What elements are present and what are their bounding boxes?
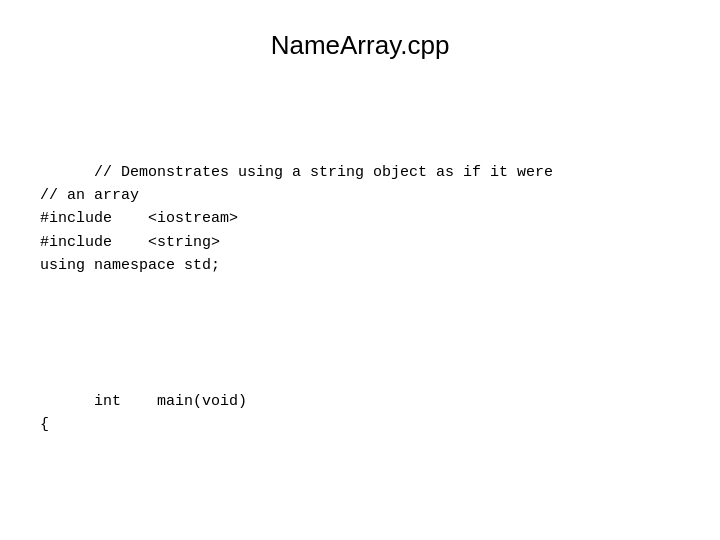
code-text-1: // Demonstrates using a string object as… (40, 164, 553, 274)
code-section-1: // Demonstrates using a string object as… (40, 138, 680, 301)
code-section-3: string firstName, lastName; (40, 526, 680, 540)
page-container: NameArray.cpp // Demonstrates using a st… (0, 0, 720, 540)
page-title: NameArray.cpp (271, 30, 450, 61)
code-block: // Demonstrates using a string object as… (40, 91, 680, 540)
code-section-2: int main(void) { (40, 367, 680, 460)
code-text-2: int main(void) { (40, 393, 247, 433)
